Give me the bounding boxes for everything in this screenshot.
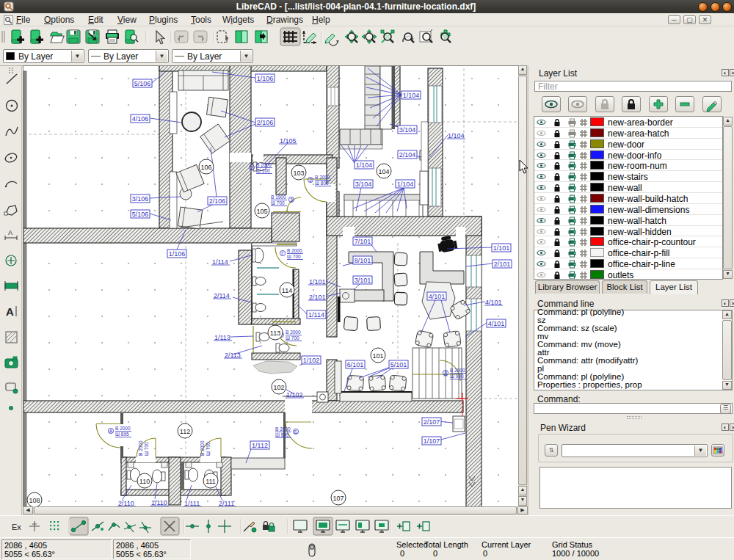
- svg-text:2: 2: [309, 178, 312, 183]
- svg-text:101: 101: [372, 352, 383, 360]
- svg-text:1/106: 1/106: [257, 75, 274, 82]
- svg-text:3: 3: [290, 197, 293, 203]
- svg-text:5/106: 5/106: [132, 211, 149, 218]
- svg-text:Ш 895: Ш 895: [115, 432, 129, 437]
- svg-text:Д: Д: [444, 371, 448, 377]
- svg-text:113: 113: [270, 330, 280, 337]
- svg-text:1/101: 1/101: [493, 244, 510, 252]
- svg-text:8/101: 8/101: [355, 257, 371, 264]
- svg-text:3/101: 3/101: [355, 277, 371, 284]
- svg-text:2/106: 2/106: [257, 119, 274, 126]
- svg-text:3/104: 3/104: [399, 126, 416, 134]
- svg-text:B 2000: B 2000: [115, 426, 131, 431]
- svg-text:B 2000: B 2000: [200, 440, 205, 456]
- svg-text:1/112: 1/112: [252, 442, 268, 449]
- svg-text:103: 103: [293, 170, 304, 177]
- svg-text:Ш 100: Ш 100: [256, 168, 270, 173]
- svg-text:1/111: 1/111: [184, 500, 200, 507]
- svg-text:105: 105: [256, 208, 267, 215]
- svg-text:104: 104: [378, 168, 389, 175]
- svg-text:2/114: 2/114: [214, 292, 230, 299]
- svg-text:Ш 700: Ш 700: [144, 442, 149, 456]
- svg-text:1/104: 1/104: [397, 181, 414, 188]
- svg-text:Г: Г: [281, 251, 284, 256]
- svg-text:1/104: 1/104: [448, 132, 465, 139]
- svg-text:B 2000: B 2000: [256, 162, 272, 167]
- svg-text:Ex: Ex: [12, 523, 21, 531]
- svg-text:1/105: 1/105: [280, 137, 297, 145]
- svg-text:4/106: 4/106: [132, 115, 149, 123]
- svg-text:110: 110: [139, 478, 150, 485]
- svg-text:2/106: 2/106: [209, 197, 226, 205]
- svg-text:Ш 700: Ш 700: [271, 200, 285, 206]
- svg-text:B 2000: B 2000: [287, 248, 302, 253]
- svg-text:Ш 700: Ш 700: [287, 254, 301, 259]
- svg-text:112: 112: [180, 428, 190, 435]
- svg-text:1/106: 1/106: [169, 250, 186, 258]
- svg-text:1/113: 1/113: [214, 334, 230, 341]
- svg-text:5/106: 5/106: [134, 80, 151, 87]
- svg-text:1/114: 1/114: [212, 258, 228, 266]
- svg-text:6/101: 6/101: [347, 361, 364, 368]
- svg-text:3/104: 3/104: [355, 181, 372, 188]
- svg-text:Ш 700: Ш 700: [286, 335, 299, 341]
- svg-text:A: A: [6, 305, 14, 318]
- svg-text:B 2000: B 2000: [275, 426, 291, 432]
- svg-text:A: A: [109, 429, 113, 434]
- svg-text:1/104: 1/104: [356, 161, 373, 169]
- svg-text:114: 114: [282, 287, 292, 294]
- svg-text:2: 2: [250, 165, 253, 170]
- svg-text:Б: Б: [294, 429, 297, 434]
- svg-text:108: 108: [29, 497, 40, 504]
- svg-text:1/102: 1/102: [286, 391, 303, 399]
- svg-text:B 2000: B 2000: [286, 330, 301, 335]
- svg-text:2/111: 2/111: [219, 500, 234, 507]
- svg-text:3/106: 3/106: [132, 195, 149, 203]
- svg-text:A: A: [8, 229, 12, 236]
- svg-text:Ш 895: Ш 895: [275, 432, 289, 437]
- svg-text:2/113: 2/113: [225, 352, 241, 359]
- svg-text:1/104: 1/104: [403, 92, 420, 99]
- svg-text:2/110: 2/110: [118, 500, 134, 507]
- svg-text:2/107: 2/107: [424, 418, 440, 426]
- svg-text:2/101: 2/101: [309, 294, 326, 301]
- svg-text:4/101: 4/101: [488, 320, 505, 327]
- svg-text:7/101: 7/101: [355, 238, 371, 245]
- svg-text:B 2000: B 2000: [138, 440, 143, 456]
- svg-text:B 2000: B 2000: [450, 368, 465, 373]
- svg-text:107: 107: [333, 495, 344, 502]
- svg-text:2/101: 2/101: [494, 261, 511, 268]
- svg-text:106: 106: [200, 164, 211, 171]
- svg-text:111: 111: [206, 478, 216, 485]
- svg-text:1/101: 1/101: [309, 278, 326, 286]
- svg-text:1/102: 1/102: [303, 357, 320, 364]
- svg-text:Ш 900: Ш 900: [450, 374, 464, 379]
- svg-text:1/107: 1/107: [424, 437, 440, 445]
- svg-text:4/101: 4/101: [485, 299, 502, 306]
- svg-text:1/114: 1/114: [308, 311, 324, 319]
- svg-text:Ш 700: Ш 700: [206, 442, 211, 456]
- svg-text:B 2000: B 2000: [315, 175, 330, 180]
- svg-text:Ш 800: Ш 800: [315, 181, 329, 186]
- svg-text:102: 102: [273, 384, 284, 391]
- svg-text:2/104: 2/104: [399, 151, 416, 159]
- svg-text:B 1900: B 1900: [271, 194, 286, 200]
- svg-text:4/101: 4/101: [429, 293, 446, 300]
- svg-text:1/110: 1/110: [151, 499, 167, 506]
- svg-text:5/101: 5/101: [390, 361, 407, 368]
